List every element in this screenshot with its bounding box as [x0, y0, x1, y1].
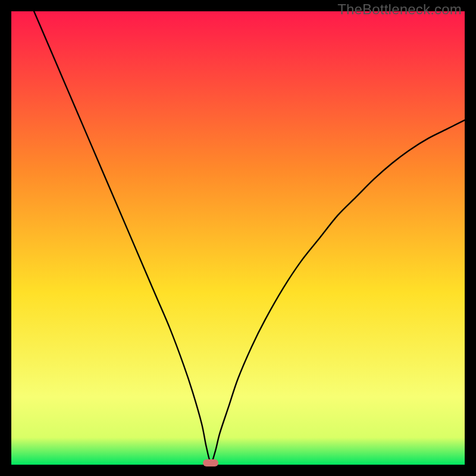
- gradient-background: [11, 11, 465, 465]
- watermark-text: TheBottleneck.com: [337, 1, 462, 18]
- optimum-marker: [203, 459, 218, 466]
- plot-svg: [11, 11, 465, 465]
- chart-frame: [11, 11, 465, 465]
